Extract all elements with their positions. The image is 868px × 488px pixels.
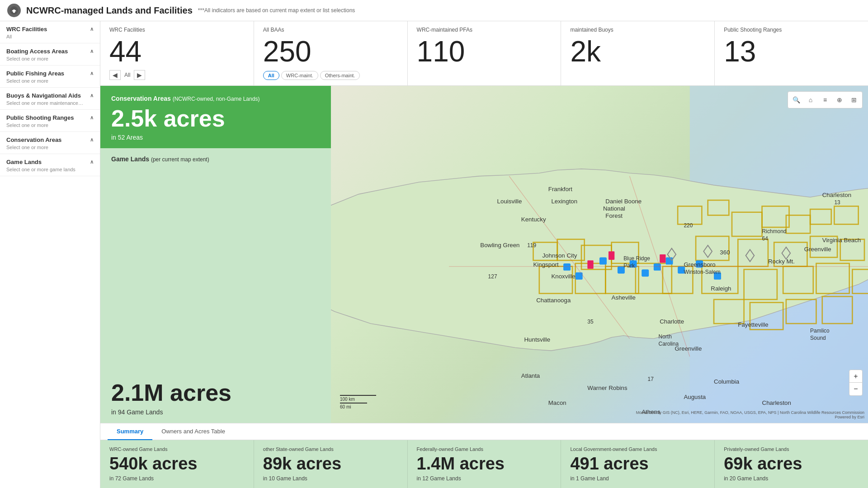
stat-pfas-value: 110 xyxy=(417,36,552,67)
sidebar-gamelands-subtitle: Select one or more game lands xyxy=(6,167,94,172)
map-scale-label1: 100 km xyxy=(340,397,355,402)
game-lands-title: Game Lands (per current map extent) xyxy=(111,155,320,163)
map-powered-by: Powered by Esri xyxy=(636,415,864,419)
sidebar-wrc-subtitle: All xyxy=(6,34,94,39)
bottom-area: Summary Owners and Acres Table WRC-owned… xyxy=(100,423,868,488)
chevron-icon: ∧ xyxy=(90,115,94,121)
conservation-title: Conservation Areas (NCWRC-owned, non-Gam… xyxy=(111,95,320,102)
stat-baas-tabs: All WRC-maint. Others-maint. xyxy=(263,71,398,80)
sidebar-wrc-label: WRC Facilities xyxy=(6,26,47,33)
sidebar-item-gamelands[interactable]: Game Lands ∧ Select one or more game lan… xyxy=(0,154,100,176)
svg-text:Pamlico: Pamlico xyxy=(810,328,830,334)
stat-card-buoys: maintained Buoys 2k xyxy=(561,21,715,85)
chevron-icon: ∧ xyxy=(90,48,94,54)
bottom-stat-state-value: 89k acres xyxy=(263,455,398,474)
bottom-stat-wrc-label: WRC-owned Game Lands xyxy=(109,446,245,452)
sidebar-boating-subtitle: Select one or more xyxy=(6,56,94,61)
search-tool-button[interactable]: 🔍 xyxy=(790,94,802,106)
bottom-stat-private-label: Privately-owned Game Lands xyxy=(724,446,859,452)
chevron-icon: ∧ xyxy=(90,26,94,32)
bottom-stat-wrc-value: 540k acres xyxy=(109,455,245,474)
bottom-stat-state-label: other State-owned Game Lands xyxy=(263,446,398,452)
sidebar-item-wrc-facilities[interactable]: WRC Facilities ∧ All xyxy=(0,21,100,43)
bottom-stats-bar: WRC-owned Game Lands 540k acres in 72 Ga… xyxy=(100,440,868,488)
home-tool-button[interactable]: ⌂ xyxy=(804,94,817,106)
stat-shooting-value: 13 xyxy=(724,36,859,67)
conservation-title-sub: (NCWRC-owned, non-Game Lands) xyxy=(173,96,260,102)
svg-text:Daniel Boone: Daniel Boone xyxy=(605,198,642,205)
sidebar-fishing-label: Public Fishing Areas xyxy=(6,70,64,77)
chevron-icon: ∧ xyxy=(90,159,94,165)
svg-text:Lexington: Lexington xyxy=(551,198,577,205)
svg-text:13: 13 xyxy=(834,200,840,206)
svg-rect-34 xyxy=(563,263,571,271)
sidebar-conservation-subtitle: Select one or more xyxy=(6,145,94,150)
stat-card-shooting: Public Shooting Ranges 13 xyxy=(715,21,868,85)
svg-text:Winston-Salem: Winston-Salem xyxy=(684,269,720,275)
stat-card-pfas: WRC-maintained PFAs 110 xyxy=(408,21,561,85)
stat-nav-prev-button[interactable]: ◀ xyxy=(109,70,121,80)
sidebar-item-boating[interactable]: Boating Access Areas ∧ Select one or mor… xyxy=(0,43,100,66)
chevron-icon: ∧ xyxy=(90,93,94,99)
zoom-in-button[interactable]: + xyxy=(849,370,862,383)
map-scale: 100 km 60 mi xyxy=(340,395,376,409)
sidebar-item-buoys[interactable]: Buoys & Navigational Aids ∧ Select one o… xyxy=(0,88,100,110)
list-tool-button[interactable]: ≡ xyxy=(819,94,831,106)
stat-card-baas: All BAAs 250 All WRC-maint. Others-maint… xyxy=(254,21,408,85)
svg-text:Johnson City: Johnson City xyxy=(542,252,577,259)
svg-text:Warner Robins: Warner Robins xyxy=(587,385,627,391)
stat-nav-next-button[interactable]: ▶ xyxy=(134,70,145,80)
svg-text:North: North xyxy=(659,334,672,340)
tab-wrc-maint-button[interactable]: WRC-maint. xyxy=(281,71,318,80)
map-scale-label2: 60 mi xyxy=(340,404,351,409)
svg-text:Macon: Macon xyxy=(548,399,566,406)
svg-text:Greenville: Greenville xyxy=(804,246,831,253)
sidebar-item-shooting[interactable]: Public Shooting Ranges ∧ Select one or m… xyxy=(0,110,100,132)
svg-rect-49 xyxy=(587,261,593,269)
sidebar-buoys-label: Buoys & Navigational Aids xyxy=(6,92,81,99)
stat-shooting-label: Public Shooting Ranges xyxy=(724,27,859,33)
tab-owners-table[interactable]: Owners and Acres Table xyxy=(152,423,234,440)
stat-buoys-label: maintained Buoys xyxy=(570,27,705,33)
sidebar-item-conservation[interactable]: Conservation Areas ∧ Select one or more xyxy=(0,132,100,154)
right-content: WRC Facilities 44 ◀ All ▶ All BAAs 250 A… xyxy=(100,21,868,488)
bottom-stat-local-label: Local Government-owned Game Lands xyxy=(570,446,705,452)
tab-all-button[interactable]: All xyxy=(263,71,279,80)
stat-pfas-label: WRC-maintained PFAs xyxy=(417,27,552,33)
bottom-stat-private-value: 69k acres xyxy=(724,455,859,474)
svg-text:Atlanta: Atlanta xyxy=(521,372,540,379)
layers-tool-button[interactable]: ⊕ xyxy=(833,94,846,106)
zoom-out-button[interactable]: − xyxy=(849,383,862,395)
svg-text:Columbia: Columbia xyxy=(714,379,740,385)
map-area[interactable]: Louisville Frankfort Lexington Kentucky … xyxy=(331,86,868,423)
tab-summary[interactable]: Summary xyxy=(108,423,152,440)
sidebar-buoys-subtitle: Select one or more maintenance… xyxy=(6,100,94,106)
svg-text:Greensboro: Greensboro xyxy=(684,261,715,268)
svg-text:Fayetteville: Fayetteville xyxy=(738,321,768,328)
tab-others-maint-button[interactable]: Others-maint. xyxy=(320,71,360,80)
bottom-tabs: Summary Owners and Acres Table xyxy=(100,423,868,440)
stat-nav-label: All xyxy=(124,72,130,78)
svg-text:360: 360 xyxy=(720,249,730,256)
svg-rect-50 xyxy=(609,252,614,260)
stat-wrc-value: 44 xyxy=(109,36,245,67)
bottom-stat-local: Local Government-owned Game Lands 491 ac… xyxy=(561,440,715,488)
bottom-stat-federal-value: 1.4M acres xyxy=(417,455,552,474)
bottom-stat-state-sub: in 10 Game Lands xyxy=(263,475,398,482)
svg-rect-51 xyxy=(660,254,665,263)
svg-text:Kentucky: Kentucky xyxy=(521,216,546,223)
svg-text:Kingsport: Kingsport xyxy=(533,261,559,268)
stat-baas-value: 250 xyxy=(263,36,398,67)
svg-text:Rocky Mt.: Rocky Mt. xyxy=(768,258,795,265)
svg-text:Sound: Sound xyxy=(810,335,826,341)
grid-tool-button[interactable]: ⊞ xyxy=(848,94,860,106)
bottom-stat-state: other State-owned Game Lands 89k acres i… xyxy=(254,440,408,488)
svg-text:Charleston: Charleston xyxy=(762,399,791,406)
svg-rect-39 xyxy=(642,270,649,277)
sidebar-conservation-label: Conservation Areas xyxy=(6,136,61,143)
svg-text:Charleston: Charleston xyxy=(822,192,851,199)
main-layout: WRC Facilities ∧ All Boating Access Area… xyxy=(0,21,868,488)
sidebar-item-fishing[interactable]: Public Fishing Areas ∧ Select one or mor… xyxy=(0,66,100,88)
chevron-icon: ∧ xyxy=(90,137,94,143)
svg-text:Louisville: Louisville xyxy=(497,198,522,205)
